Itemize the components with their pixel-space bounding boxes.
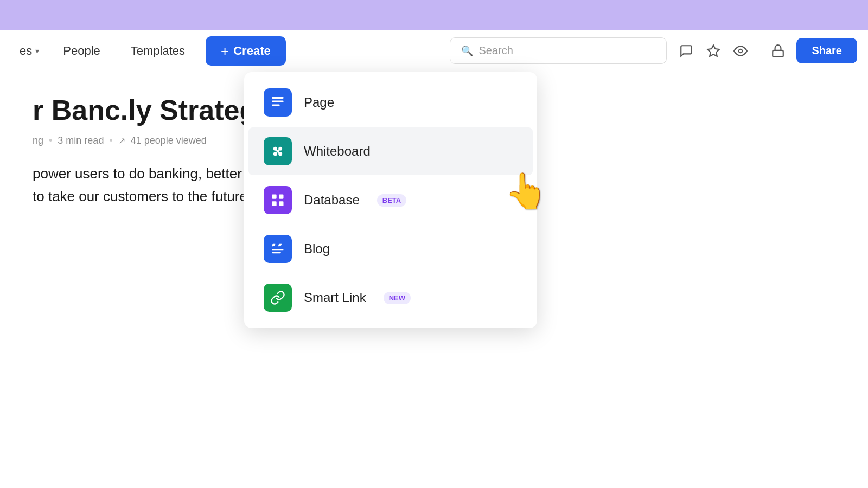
svg-rect-12 [272, 195, 277, 199]
page-icon [264, 88, 292, 117]
svg-rect-15 [279, 201, 283, 206]
nav-item-spaces[interactable]: es ▾ [11, 44, 48, 58]
dropdown-item-page[interactable]: Page [248, 79, 533, 126]
dropdown-item-smartlink[interactable]: Smart Link NEW [248, 274, 533, 322]
svg-rect-5 [272, 105, 280, 107]
create-button[interactable]: + Create [206, 36, 286, 66]
blog-label: Blog [304, 241, 330, 256]
nav-right: 🔍 Search [450, 37, 857, 64]
share-button[interactable]: Share [796, 38, 857, 63]
database-label: Database [304, 192, 360, 208]
dropdown-item-database[interactable]: Database BETA [248, 176, 533, 224]
plus-icon: + [221, 44, 229, 58]
dropdown-item-blog[interactable]: Blog [248, 225, 533, 273]
search-placeholder: Search [478, 44, 513, 57]
chevron-down-icon: ▾ [35, 47, 39, 55]
svg-rect-2 [773, 50, 784, 56]
nav-left: es ▾ People Templates + Create [11, 36, 286, 66]
meta-read: 3 min read [58, 135, 104, 146]
dropdown-item-whiteboard[interactable]: Whiteboard [248, 127, 533, 175]
new-badge: NEW [384, 292, 411, 304]
svg-rect-17 [272, 252, 281, 253]
spaces-label: es [20, 44, 32, 58]
create-dropdown: Page Whiteboard Database BETA [244, 72, 537, 328]
svg-rect-16 [272, 249, 284, 250]
smartlink-label: Smart Link [304, 290, 366, 305]
top-banner [0, 0, 868, 30]
blog-icon [264, 235, 292, 263]
nav-item-people[interactable]: People [48, 44, 116, 58]
divider [759, 42, 760, 60]
comment-icon[interactable] [678, 42, 695, 60]
svg-point-1 [739, 49, 743, 53]
lock-icon[interactable] [769, 42, 787, 60]
eye-icon[interactable] [732, 42, 749, 60]
whiteboard-icon [264, 137, 292, 165]
svg-marker-0 [708, 45, 720, 56]
svg-rect-3 [272, 97, 284, 99]
svg-rect-4 [272, 101, 284, 103]
search-box[interactable]: 🔍 Search [450, 37, 667, 64]
database-icon [264, 186, 292, 214]
navbar: es ▾ People Templates + Create 🔍 Search [0, 30, 868, 72]
meta-author: ng [33, 135, 43, 146]
svg-rect-14 [272, 201, 277, 206]
trend-icon: ↗ [118, 136, 125, 146]
dot-separator-1: • [49, 135, 52, 146]
star-icon[interactable] [705, 42, 722, 60]
svg-rect-13 [279, 195, 283, 199]
smartlink-icon [264, 284, 292, 312]
beta-badge: BETA [377, 194, 406, 207]
meta-views: 41 people viewed [131, 135, 207, 146]
nav-item-templates[interactable]: Templates [116, 44, 200, 58]
create-label: Create [233, 44, 270, 58]
dot-separator-2: • [109, 135, 112, 146]
search-icon: 🔍 [461, 45, 473, 57]
page-label: Page [304, 95, 334, 110]
whiteboard-label: Whiteboard [304, 144, 371, 159]
nav-icons: Share [678, 38, 857, 63]
